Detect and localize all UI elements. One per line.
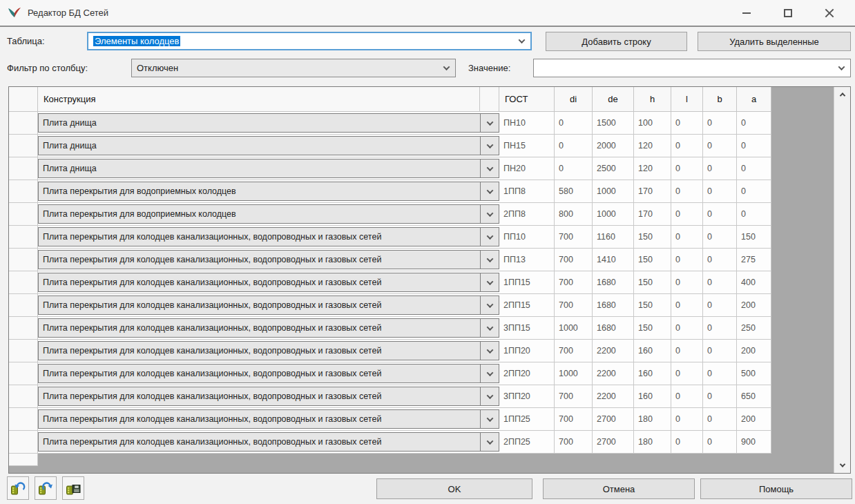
chevron-down-icon[interactable] bbox=[480, 341, 499, 360]
add-row-button[interactable]: Добавить строку bbox=[546, 32, 687, 51]
row-header[interactable] bbox=[9, 317, 38, 340]
undo-db-button[interactable] bbox=[7, 476, 29, 500]
chevron-down-icon[interactable] bbox=[480, 227, 499, 246]
cell-de[interactable]: 1000 bbox=[593, 180, 634, 203]
chevron-down-icon[interactable] bbox=[835, 66, 847, 70]
cell-a[interactable]: 0 bbox=[737, 180, 771, 203]
column-header-di[interactable]: di bbox=[555, 87, 593, 112]
cell-gost[interactable]: ПП10 bbox=[499, 226, 555, 249]
cell-b[interactable]: 0 bbox=[703, 271, 737, 294]
cell-de[interactable]: 1160 bbox=[593, 226, 634, 249]
cell-a[interactable]: 0 bbox=[737, 157, 771, 180]
chevron-down-icon[interactable] bbox=[515, 39, 528, 43]
cell-l[interactable]: 0 bbox=[671, 385, 703, 408]
cell-gost[interactable]: 1ПП25 bbox=[499, 408, 555, 431]
cell-b[interactable]: 0 bbox=[703, 408, 737, 431]
column-header-de[interactable]: de bbox=[593, 87, 634, 112]
construction-dropdown[interactable]: Плита перекрытия для колодцев канализаци… bbox=[38, 385, 499, 408]
cell-de[interactable]: 2000 bbox=[593, 135, 634, 157]
cell-a[interactable]: 0 bbox=[737, 135, 771, 157]
construction-dropdown[interactable]: Плита днища bbox=[38, 157, 499, 180]
cell-di[interactable]: 700 bbox=[555, 249, 593, 271]
cell-di[interactable]: 800 bbox=[555, 203, 593, 226]
chevron-down-icon[interactable] bbox=[480, 250, 499, 269]
minimize-button[interactable] bbox=[738, 4, 756, 22]
cell-l[interactable]: 0 bbox=[671, 112, 703, 135]
chevron-down-icon[interactable] bbox=[480, 432, 499, 452]
row-header[interactable] bbox=[9, 203, 38, 226]
column-header-construction[interactable]: Конструкция bbox=[38, 87, 480, 112]
cell-l[interactable]: 0 bbox=[671, 294, 703, 317]
chevron-down-icon[interactable] bbox=[480, 387, 499, 406]
cell-l[interactable]: 0 bbox=[671, 431, 703, 454]
cell-b[interactable]: 0 bbox=[703, 385, 737, 408]
cell-b[interactable]: 0 bbox=[703, 431, 737, 454]
cell-di[interactable]: 700 bbox=[555, 294, 593, 317]
cell-h[interactable]: 150 bbox=[634, 271, 671, 294]
cell-de[interactable]: 2200 bbox=[593, 362, 634, 385]
row-header[interactable] bbox=[9, 431, 38, 454]
cell-l[interactable]: 0 bbox=[671, 157, 703, 180]
cell-l[interactable]: 0 bbox=[671, 249, 703, 271]
table-combobox[interactable]: Элементы колодцев bbox=[87, 32, 532, 50]
cell-h[interactable]: 160 bbox=[634, 362, 671, 385]
cell-a[interactable]: 400 bbox=[737, 271, 771, 294]
column-header-a[interactable]: a bbox=[737, 87, 771, 112]
cell-h[interactable]: 170 bbox=[634, 203, 671, 226]
cell-de[interactable]: 1680 bbox=[593, 294, 634, 317]
cell-l[interactable]: 0 bbox=[671, 317, 703, 340]
cell-b[interactable]: 0 bbox=[703, 135, 737, 157]
row-header[interactable] bbox=[9, 157, 38, 180]
cell-h[interactable]: 170 bbox=[634, 180, 671, 203]
column-header-h[interactable]: h bbox=[634, 87, 671, 112]
cell-de[interactable]: 2700 bbox=[593, 431, 634, 454]
cell-h[interactable]: 150 bbox=[634, 317, 671, 340]
cell-h[interactable]: 150 bbox=[634, 226, 671, 249]
cell-gost[interactable]: 3ПП15 bbox=[499, 317, 555, 340]
cell-l[interactable]: 0 bbox=[671, 135, 703, 157]
cell-b[interactable]: 0 bbox=[703, 249, 737, 271]
cell-a[interactable]: 200 bbox=[737, 294, 771, 317]
chevron-down-icon[interactable] bbox=[480, 182, 499, 201]
cell-de[interactable]: 1680 bbox=[593, 317, 634, 340]
filter-combobox[interactable]: Отключен bbox=[131, 59, 456, 77]
value-combobox[interactable] bbox=[533, 59, 851, 77]
construction-dropdown[interactable]: Плита перекрытия для колодцев канализаци… bbox=[38, 431, 499, 454]
cell-a[interactable]: 200 bbox=[737, 340, 771, 362]
construction-dropdown[interactable]: Плита перекрытия для колодцев канализаци… bbox=[38, 226, 499, 249]
row-header[interactable] bbox=[9, 135, 38, 157]
vertical-scrollbar[interactable] bbox=[834, 87, 850, 473]
cell-b[interactable]: 0 bbox=[703, 112, 737, 135]
cell-b[interactable]: 0 bbox=[703, 340, 737, 362]
column-header-b[interactable]: b bbox=[703, 87, 737, 112]
cell-di[interactable]: 700 bbox=[555, 385, 593, 408]
row-header[interactable] bbox=[9, 385, 38, 408]
cell-di[interactable]: 1000 bbox=[555, 317, 593, 340]
cell-gost[interactable]: ПН10 bbox=[499, 112, 555, 135]
cell-l[interactable]: 0 bbox=[671, 226, 703, 249]
cell-di[interactable]: 0 bbox=[555, 157, 593, 180]
cell-h[interactable]: 160 bbox=[634, 340, 671, 362]
cell-b[interactable]: 0 bbox=[703, 203, 737, 226]
cell-gost[interactable]: ПП13 bbox=[499, 249, 555, 271]
cell-a[interactable]: 500 bbox=[737, 362, 771, 385]
redo-db-button[interactable] bbox=[35, 476, 57, 500]
row-header[interactable] bbox=[9, 454, 38, 466]
cell-di[interactable]: 700 bbox=[555, 408, 593, 431]
cell-gost[interactable]: 2ПП20 bbox=[499, 362, 555, 385]
row-header[interactable] bbox=[9, 408, 38, 431]
construction-dropdown[interactable]: Плита перекрытия для колодцев канализаци… bbox=[38, 249, 499, 271]
cell-b[interactable]: 0 bbox=[703, 362, 737, 385]
cell-h[interactable]: 150 bbox=[634, 249, 671, 271]
cell-gost[interactable]: 2ПП15 bbox=[499, 294, 555, 317]
row-header[interactable] bbox=[9, 180, 38, 203]
column-header-l[interactable]: l bbox=[671, 87, 703, 112]
cell-gost[interactable]: 2ПП25 bbox=[499, 431, 555, 454]
construction-dropdown[interactable]: Плита перекрытия для водоприемных колодц… bbox=[38, 203, 499, 226]
construction-dropdown[interactable]: Плита днища bbox=[38, 112, 499, 135]
cell-h[interactable]: 180 bbox=[634, 431, 671, 454]
cell-h[interactable]: 120 bbox=[634, 157, 671, 180]
chevron-down-icon[interactable] bbox=[480, 409, 499, 429]
column-header-gost[interactable]: ГОСТ bbox=[499, 87, 555, 112]
cell-de[interactable]: 2200 bbox=[593, 340, 634, 362]
